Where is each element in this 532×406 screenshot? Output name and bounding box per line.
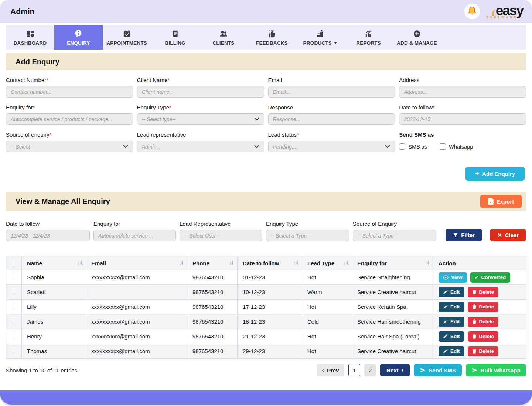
- cell-enquiry-for: Service Straightening: [352, 270, 433, 285]
- prev-page-button[interactable]: ‹Prev: [317, 364, 344, 376]
- view-button[interactable]: View: [439, 272, 467, 283]
- edit-button[interactable]: Edit: [439, 317, 464, 327]
- filter-enquiry-for-input[interactable]: [93, 230, 176, 241]
- tab-enquiry[interactable]: ENQUIRY: [54, 25, 103, 50]
- tab-appointments[interactable]: APPOINTMENTS: [103, 25, 151, 50]
- export-button[interactable]: x Export: [480, 195, 522, 208]
- contact-number-input[interactable]: [6, 86, 133, 98]
- tab-dashboard[interactable]: DASHBOARD: [6, 25, 54, 50]
- column-header-enquiry-for[interactable]: Enquiry for↑AZ: [352, 256, 433, 270]
- cell-date: 29-12-23: [238, 344, 302, 359]
- email-input[interactable]: [268, 86, 395, 98]
- edit-icon: [443, 349, 448, 354]
- delete-button[interactable]: Delete: [468, 302, 499, 312]
- tab-clients[interactable]: CLIENTS: [200, 25, 248, 50]
- lead-status-select[interactable]: Pending....: [268, 141, 395, 152]
- cell-enquiry-for: Service Keratin Spa: [352, 300, 433, 314]
- row-checkbox[interactable]: [14, 318, 14, 325]
- send-sms-as-label: Send SMS as: [399, 132, 526, 138]
- filter-source-input[interactable]: [353, 230, 436, 241]
- column-header-phone[interactable]: Phone↑AZ: [187, 256, 238, 270]
- delete-button[interactable]: Delete: [468, 331, 499, 342]
- column-header-lead-type[interactable]: Lead Type↑AZ: [302, 256, 352, 270]
- filter-lead-rep-input[interactable]: [180, 230, 262, 241]
- enquiry-for-input[interactable]: [6, 113, 133, 125]
- whatsapp-checkbox[interactable]: [440, 143, 446, 150]
- filter-enquiry-type-input[interactable]: [266, 230, 349, 241]
- edit-button[interactable]: Edit: [439, 302, 464, 312]
- sms-as-checkbox[interactable]: [399, 143, 405, 150]
- contact-number-label: Contact Number*: [6, 77, 133, 83]
- clear-button[interactable]: ✕ Clear: [490, 229, 526, 241]
- row-checkbox[interactable]: [14, 348, 14, 355]
- plus-circle-icon: [413, 29, 421, 38]
- page-1-button[interactable]: 1: [348, 364, 360, 376]
- enquiry-type-select[interactable]: -- Select type--: [137, 113, 264, 125]
- tab-billing[interactable]: BILLING: [151, 25, 200, 50]
- cell-enquiry-for: Service Creative haircut: [352, 344, 433, 359]
- cell-enquiry-for: Service Hair Spa (Loreal): [352, 329, 433, 344]
- client-name-label: Client Name*: [137, 77, 264, 83]
- column-header-date[interactable]: Date to follow↑AZ: [238, 256, 302, 270]
- lead-representative-select[interactable]: Admin...: [137, 141, 264, 152]
- bulk-whatsapp-button[interactable]: Bulk Whatsapp: [466, 364, 526, 376]
- sort-icon: ↑AZ: [425, 260, 429, 266]
- date-to-follow-input[interactable]: [399, 113, 526, 125]
- filter-button[interactable]: Filter: [446, 229, 482, 241]
- calendar-check-icon: [123, 29, 131, 38]
- people-icon: [219, 29, 228, 38]
- filter-enquiry-type-label: Enquiry Type: [266, 221, 349, 227]
- column-header-name[interactable]: Name↑AZ: [22, 256, 86, 270]
- notifications-button[interactable]: [464, 4, 480, 19]
- cell-lead-type: Hot: [302, 300, 352, 314]
- filter-bar: Date to follow Enquiry for Lead Represen…: [6, 211, 526, 241]
- row-checkbox[interactable]: [14, 333, 14, 340]
- edit-icon: [443, 304, 448, 309]
- delete-button[interactable]: Delete: [468, 346, 499, 356]
- source-of-enquiry-select[interactable]: -- Select --: [6, 141, 133, 152]
- section-title: View & Manage All Enquiry: [16, 197, 110, 206]
- tab-reports[interactable]: REPORTS: [344, 25, 393, 50]
- converted-button[interactable]: ✓Converted: [470, 272, 511, 283]
- edit-icon: [443, 290, 448, 294]
- tab-feedbacks[interactable]: FEEDBACKS: [248, 25, 296, 50]
- response-label: Response: [268, 104, 395, 110]
- svg-text:x: x: [490, 201, 491, 204]
- cell-phone: 9876543210: [187, 314, 238, 329]
- cell-email: xxxxxxxxxx@gmail.com: [86, 329, 187, 344]
- row-checkbox[interactable]: [14, 274, 14, 281]
- row-checkbox[interactable]: [14, 289, 14, 296]
- send-sms-button[interactable]: Send SMS: [414, 364, 462, 376]
- select-all-checkbox[interactable]: [14, 260, 14, 267]
- tab-label: FEEDBACKS: [256, 40, 288, 46]
- tab-add-manage[interactable]: ADD & MANAGE: [393, 25, 441, 50]
- brand-subtitle: SOFTWARE: [486, 16, 523, 19]
- cell-phone: 9876543210: [187, 285, 238, 300]
- table-row: Thomas xxxxxxxxxx@gmail.com 9876543210 2…: [6, 344, 526, 359]
- cell-lead-type: Cold: [302, 314, 352, 329]
- filter-date-input[interactable]: [6, 230, 90, 241]
- page-2-button[interactable]: 2: [364, 364, 376, 376]
- funnel-icon: [453, 233, 458, 238]
- address-input[interactable]: [399, 86, 526, 98]
- row-checkbox[interactable]: [14, 303, 14, 310]
- edit-button[interactable]: Edit: [439, 287, 464, 297]
- response-input[interactable]: [268, 113, 395, 125]
- tab-products[interactable]: PRODUCTS: [296, 25, 344, 50]
- delete-button[interactable]: Delete: [468, 317, 499, 327]
- chart-icon: [364, 29, 373, 38]
- table-footer: Showing 1 to 10 of 11 entries ‹Prev 1 2 …: [6, 364, 526, 376]
- bell-icon: [467, 6, 477, 17]
- edit-button[interactable]: Edit: [439, 346, 464, 356]
- table-row: Sophia xxxxxxxxxx@gmail.com 9876543210 0…: [6, 270, 526, 285]
- chevron-down-icon: [254, 117, 259, 121]
- client-name-input[interactable]: [137, 86, 264, 98]
- delete-button[interactable]: Delete: [468, 287, 499, 297]
- column-header-email[interactable]: Email↑AZ: [86, 256, 187, 270]
- add-enquiry-button[interactable]: + Add Enquiry: [466, 167, 525, 181]
- next-page-button[interactable]: Next›: [380, 364, 410, 376]
- edit-button[interactable]: Edit: [439, 331, 464, 342]
- cell-email: xxxxxxxxxx@gmail.com: [86, 300, 187, 314]
- cross-icon: ✕: [497, 232, 502, 239]
- cell-date: 01-12-23: [238, 270, 302, 285]
